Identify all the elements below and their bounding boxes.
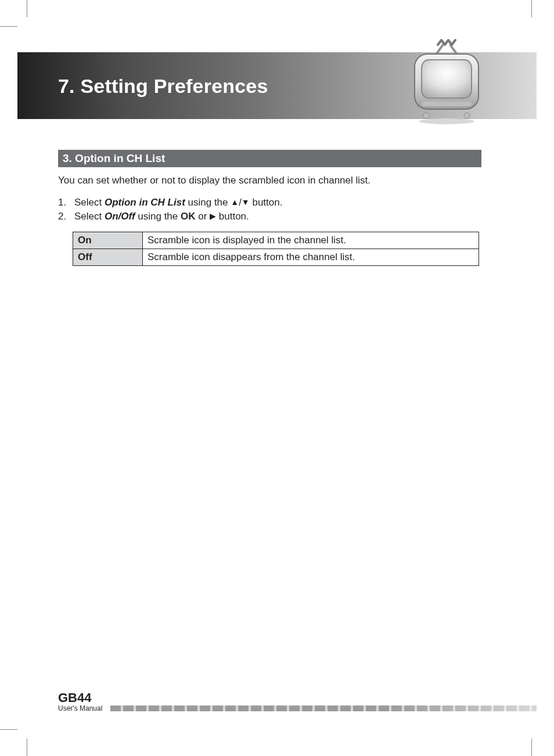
emph: On/Off (105, 211, 135, 222)
ok-button-label: OK (181, 211, 196, 222)
crop-mark (27, 0, 27, 17)
up-arrow-icon: ▲ (231, 197, 239, 207)
step-2: Select On/Off using the OK or ▶ button. (58, 210, 481, 224)
option-desc-off: Scramble icon disappears from the channe… (143, 249, 479, 265)
option-table: On Scramble icon is displayed in the cha… (73, 232, 479, 266)
section-heading-bar: 3. Option in CH List (58, 150, 481, 167)
text: button. (216, 211, 249, 222)
page-number: GB44 (58, 692, 102, 704)
svg-rect-1 (422, 60, 472, 98)
option-key-on: On (73, 232, 143, 249)
table-row: On Scramble icon is displayed in the cha… (73, 232, 479, 249)
step-list: Select Option in CH List using the ▲/▼ b… (58, 196, 481, 224)
crop-mark (531, 739, 532, 756)
intro-text: You can set whether or not to display th… (58, 174, 481, 188)
text: or (196, 211, 210, 222)
crop-mark (0, 729, 17, 730)
chapter-title: 7. Setting Preferences (58, 74, 268, 97)
crop-mark (0, 26, 17, 27)
tv-icon (409, 38, 484, 125)
content-area: You can set whether or not to display th… (58, 174, 481, 266)
option-key-off: Off (73, 249, 143, 265)
chapter-banner: 7. Setting Preferences (17, 52, 537, 119)
section-heading: 3. Option in CH List (58, 152, 165, 165)
manual-label: User's Manual (58, 704, 102, 712)
right-arrow-icon: ▶ (210, 211, 216, 221)
text: Select (74, 211, 105, 222)
page-footer: GB44 User's Manual (58, 689, 537, 712)
option-desc-on: Scramble icon is displayed in the channe… (143, 232, 479, 249)
svg-rect-2 (422, 102, 472, 106)
emph: Option in CH List (105, 197, 185, 208)
table-row: Off Scramble icon disappears from the ch… (73, 249, 479, 265)
text: using the (135, 211, 181, 222)
crop-mark (531, 0, 532, 17)
footer-strip (110, 705, 537, 711)
step-1: Select Option in CH List using the ▲/▼ b… (58, 196, 481, 210)
down-arrow-icon: ▼ (242, 197, 250, 207)
text: using the (185, 197, 231, 208)
text: Select (74, 197, 105, 208)
svg-point-3 (423, 113, 429, 118)
text: button. (250, 197, 283, 208)
svg-point-5 (419, 118, 474, 124)
crop-mark (27, 739, 27, 756)
svg-point-4 (464, 113, 470, 118)
